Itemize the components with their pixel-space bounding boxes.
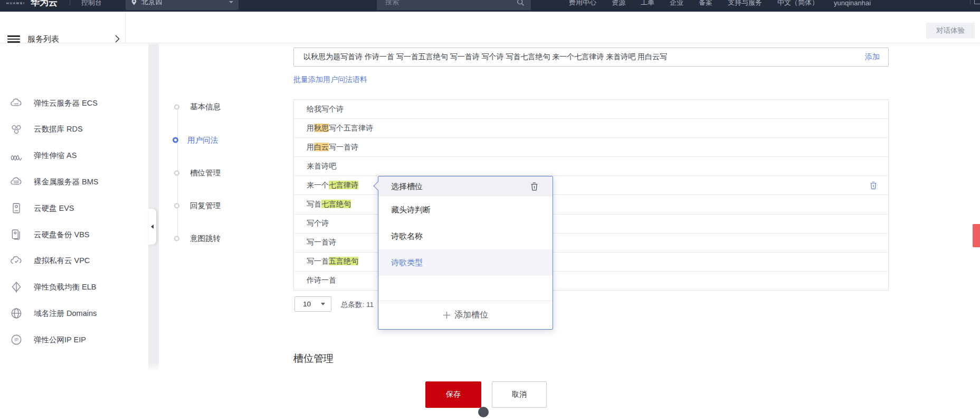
slot-option[interactable]: 诗歌类型 <box>378 249 553 276</box>
corpus-input[interactable]: 以秋思为题写首诗 作诗一首 写一首五言绝句 写一首诗 写个诗 写首七言绝句 来一… <box>293 48 889 67</box>
slot-options: 藏头诗判断诗歌名称诗歌类型 <box>378 197 553 276</box>
sidebar-item-label: 云硬盘备份 VBS <box>34 230 90 240</box>
corpus-row-text: 来首诗吧 <box>307 162 336 171</box>
topbar-divider <box>70 0 70 5</box>
svg-text:IP: IP <box>14 338 18 342</box>
sidebar-item[interactable]: 云硬盘 EVS <box>0 195 148 221</box>
sidebar-collapse-handle[interactable] <box>148 209 156 245</box>
slot-select-popup: 选择槽位 藏头诗判断诗歌名称诗歌类型 添加槽位 <box>378 176 553 330</box>
hamburger-icon[interactable] <box>7 35 20 43</box>
topbar-link[interactable]: 企业 <box>670 0 683 7</box>
batch-add-link[interactable]: 批量添加用户问法语料 <box>293 75 367 85</box>
search-icon <box>517 0 525 6</box>
plus-icon <box>443 311 451 319</box>
corpus-row-text: 写一首诗 <box>307 238 336 247</box>
floating-dot <box>478 407 489 417</box>
console-link[interactable]: 控制台 <box>81 0 102 7</box>
region-selector[interactable]: 北京四 <box>126 0 239 10</box>
sidebar-item-label: 虚拟私有云 VPC <box>34 256 90 266</box>
service-list-label[interactable]: 服务列表 <box>27 34 59 44</box>
step-dot-icon <box>174 104 179 109</box>
topbar-link[interactable]: 中文（简体） <box>777 0 819 7</box>
sidebar-item[interactable]: IP弹性公网IP EIP <box>0 326 148 353</box>
sidebar-item-label: 云硬盘 EVS <box>34 203 74 213</box>
corpus-row-text: 来一个七言律诗 <box>307 181 358 190</box>
corpus-row-text: 写首七言绝句 <box>307 200 351 209</box>
sidebar-item[interactable]: 弹性云服务器 ECS <box>0 90 148 116</box>
slot-option[interactable]: 藏头诗判断 <box>378 197 553 223</box>
region-label: 北京四 <box>141 0 162 7</box>
sidebar-item-label: 弹性伸缩 AS <box>34 151 77 161</box>
step-dot-icon <box>174 236 179 241</box>
vpc-cloud-icon <box>9 254 23 268</box>
mail-icon[interactable] <box>974 0 980 4</box>
slot-highlight: 五言绝句 <box>329 257 358 265</box>
popup-header: 选择槽位 <box>378 176 553 197</box>
caret-down-icon <box>229 1 233 3</box>
cancel-button[interactable]: 取消 <box>492 381 547 408</box>
topbar-link[interactable]: 工单 <box>641 0 654 7</box>
collapse-left-icon <box>151 225 154 229</box>
page-size-value: 10 <box>303 300 311 308</box>
corpus-row[interactable]: 用秋思写个五言律诗 <box>294 118 888 137</box>
sidebar-item-label: 云数据库 RDS <box>34 124 83 134</box>
chevron-right-icon[interactable] <box>115 35 120 43</box>
sidebar-item[interactable]: 虚拟私有云 VPC <box>0 248 148 274</box>
topbar-link[interactable]: yunqinanhai <box>834 0 871 7</box>
huawei-logo[interactable]: HUAWEI <box>5 0 26 5</box>
corpus-row[interactable]: 用白云写一首诗 <box>294 137 888 156</box>
page-size-select[interactable]: 10 <box>294 296 331 312</box>
load-balancer-icon <box>9 281 23 294</box>
trash-icon[interactable] <box>869 181 878 190</box>
dialog-experience-button[interactable]: 对话体验 <box>926 23 975 39</box>
search-input[interactable]: 搜索 <box>377 0 531 10</box>
add-slot-label: 添加槽位 <box>454 310 488 321</box>
sidebar-item[interactable]: 域名注册 Domains <box>0 300 148 326</box>
slot-highlight: 白云 <box>314 143 329 151</box>
step-label: 回复管理 <box>190 201 221 211</box>
huawei-flower-icon <box>11 0 21 1</box>
sidebar-item[interactable]: 弹性伸缩 AS <box>0 143 148 169</box>
step-dot-icon <box>174 170 179 175</box>
sidebar-item-label: 弹性负载均衡 ELB <box>34 282 96 292</box>
app-header: 服务列表 对话体验 <box>0 12 980 43</box>
slot-highlight: 七言绝句 <box>321 200 351 208</box>
slot-option[interactable]: 诗歌名称 <box>378 223 553 249</box>
search-placeholder: 搜索 <box>385 0 399 7</box>
corpus-row[interactable]: 来首诗吧 <box>294 156 888 175</box>
autoscale-wave-icon <box>9 149 23 163</box>
total-count: 总条数: 11 <box>341 300 374 310</box>
sidebar-item[interactable]: 裸金属服务器 BMS <box>0 169 148 195</box>
topbar-link[interactable]: 支持与服务 <box>728 0 762 7</box>
huawei-logo-text: HUAWEI <box>5 2 26 5</box>
trash-icon[interactable] <box>530 182 539 191</box>
topbar-link[interactable]: 备案 <box>699 0 712 7</box>
caret-down-icon <box>321 303 325 305</box>
popup-title: 选择槽位 <box>391 182 423 192</box>
step-label: 槽位管理 <box>190 168 221 178</box>
corpus-row[interactable]: 给我写个诗 <box>294 100 888 118</box>
ip-circle-icon: IP <box>9 333 23 347</box>
add-corpus-button[interactable]: 添加 <box>861 52 880 62</box>
sidebar-item[interactable]: 云硬盘备份 VBS <box>0 221 148 248</box>
sidebar-item[interactable]: 云数据库 RDS <box>0 116 148 143</box>
sidebar-item-label: 弹性云服务器 ECS <box>34 98 98 108</box>
step-dot-icon <box>174 203 179 208</box>
save-button[interactable]: 保存 <box>425 381 481 408</box>
feedback-tab[interactable] <box>973 224 980 247</box>
slot-highlight: 七言律诗 <box>329 181 358 189</box>
database-icon <box>9 123 23 136</box>
sidebar-item[interactable]: 弹性负载均衡 ELB <box>0 274 148 301</box>
step-dot-icon <box>173 137 178 143</box>
corpus-row-text: 用秋思写个五言律诗 <box>307 124 373 133</box>
sidebar-item-label: 弹性公网IP EIP <box>34 335 86 345</box>
topbar-link[interactable]: 费用中心 <box>569 0 596 7</box>
corpus-row-text: 写个诗 <box>307 219 329 228</box>
topbar-link[interactable]: 资源 <box>612 0 625 7</box>
topbar-links: 费用中心资源工单企业备案支持与服务中文（简体）yunqinanhai <box>569 0 949 7</box>
service-list: 弹性云服务器 ECS云数据库 RDS弹性伸缩 AS裸金属服务器 BMS云硬盘 E… <box>0 44 148 371</box>
header-divider <box>125 12 126 43</box>
add-slot-button[interactable]: 添加槽位 <box>378 301 553 329</box>
cloud-server-icon <box>9 96 23 110</box>
footer-bar: 保存 取消 <box>0 371 980 420</box>
